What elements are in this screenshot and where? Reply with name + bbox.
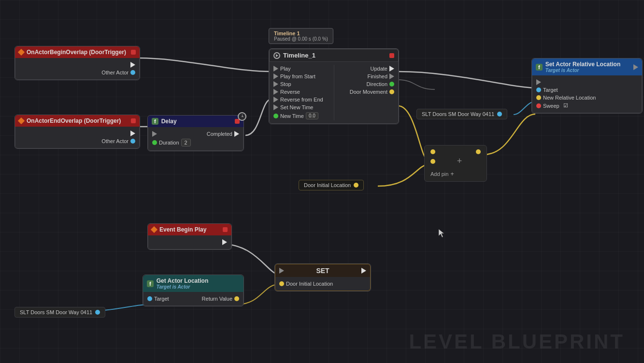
finished-row: Finished [338,73,395,80]
timeline-node[interactable]: Timeline_1 Play Play from Start Stop [269,48,399,124]
add-in-pin-2[interactable] [430,159,435,164]
slt-top-pin[interactable] [497,112,502,116]
pin-row-1 [430,149,481,154]
event-diamond-icon [18,117,25,124]
exec-pin-row [19,61,135,69]
get-actor-location-node[interactable]: f Get Actor Location Target is Actor Tar… [143,275,244,306]
door-initial-location-label: Door Initial Location [304,182,351,188]
sar-sweep-pin[interactable] [536,103,541,108]
new-time-pin[interactable] [273,114,278,118]
sar-exec-in[interactable] [536,79,541,85]
sar-nrl-pin[interactable] [536,95,541,100]
node-header: OnActorEndOverlap (DoorTrigger) [15,115,140,127]
watermark: LEVEL BLUEPRINT [409,330,625,353]
other-actor-label: Other Actor [101,70,129,75]
exec-out-pin[interactable] [130,62,135,68]
add-in-pin-1[interactable] [430,149,435,154]
ebp-title: Event Begin Play [159,226,206,233]
door-movement-label: Door Movement [350,89,387,95]
duration-pin[interactable] [152,140,157,145]
completed-pin[interactable] [234,131,239,137]
timeline-left-pins: Play Play from Start Stop Reverse [270,65,334,120]
set-new-time-pin[interactable] [273,104,278,110]
add-pin-label-row[interactable]: Add pin + [430,170,481,177]
finished-pin[interactable] [389,73,394,79]
update-pin[interactable] [389,66,394,72]
add-pin-plus: + [450,170,454,177]
set-dil-pin[interactable] [279,281,284,286]
slt-doors-bottom-node[interactable]: SLT Doors SM Door Way 0411 [14,307,105,318]
set-body: Door Initial Location [275,277,371,291]
door-initial-pin[interactable] [354,183,358,188]
close-icon[interactable] [223,227,228,232]
sar-target-label: Target [543,87,558,93]
close-icon[interactable] [131,50,136,55]
timeline-header: Timeline_1 [269,49,399,62]
play-label: Play [280,66,290,72]
cursor-indicator [439,229,444,238]
pin-row-2: + [430,156,481,166]
ebp-exec-row [152,238,227,246]
door-movement-pin[interactable] [389,89,394,94]
exec-in-pin[interactable] [152,131,157,137]
close-icon[interactable] [389,53,394,58]
sar-sweep-row: Sweep ☑ [536,102,638,110]
timeline-tooltip-title: Timeline 1 [274,30,328,36]
play-from-start-pin[interactable] [273,73,278,79]
set-exec-in[interactable] [279,268,284,274]
direction-pin[interactable] [389,82,394,87]
play-from-start-label: Play from Start [280,73,315,79]
new-time-value[interactable]: 0.0 [306,112,318,119]
other-actor-label: Other Actor [101,138,129,144]
direction-label: Direction [367,81,387,87]
ebp-exec-pin[interactable] [222,239,227,245]
update-row: Update [338,65,395,73]
sar-header: f Set Actor Relative Location Target is … [532,58,642,75]
other-actor-pin[interactable] [130,70,135,75]
timeline-tooltip-sub: Paused @ 0.00 s (0.0 %) [274,36,328,42]
on-actor-begin-overlap-node[interactable]: OnActorBeginOverlap (DoorTrigger) Other … [14,46,140,80]
sar-target-row: Target [536,86,638,94]
on-actor-end-overlap-node[interactable]: OnActorEndOverlap (DoorTrigger) Other Ac… [14,115,140,149]
stop-pin[interactable] [273,81,278,87]
other-actor-row: Other Actor [19,137,135,145]
other-actor-pin[interactable] [130,139,135,144]
door-initial-location-var[interactable]: Door Initial Location [299,180,364,190]
update-label: Update [371,66,387,72]
set-new-time-row: Set New Time [273,103,330,111]
gal-target-pin[interactable] [147,296,152,301]
play-in-pin[interactable] [273,66,278,72]
duration-label: Duration [159,140,179,145]
ebp-header: Event Begin Play [148,224,231,235]
sar-subtitle: Target is Actor [545,68,621,73]
gal-body: Target Return Value [143,292,243,306]
exec-out-pin[interactable] [130,131,135,136]
gal-header: f Get Actor Location Target is Actor [143,275,243,292]
slt-bottom-pin[interactable] [95,310,100,315]
add-pin-node[interactable]: + Add pin + [424,145,487,182]
add-out-pin-1[interactable] [476,149,481,154]
set-actor-relative-location-node[interactable]: f Set Actor Relative Location Target is … [531,58,643,114]
event-begin-play-node[interactable]: Event Begin Play [147,223,232,250]
sar-sweep-label: Sweep [543,103,559,109]
slt-doors-bottom-label: SLT Doors SM Door Way 0411 [20,309,92,315]
gal-rv-pin[interactable] [234,296,239,301]
sweep-checkbox[interactable]: ☑ [563,102,568,109]
close-icon[interactable] [131,118,136,123]
set-exec-out[interactable] [361,268,366,274]
duration-value[interactable]: 2 [181,139,191,146]
sar-exec-out[interactable] [633,64,638,70]
node-body: Other Actor [15,127,140,148]
sar-target-pin[interactable] [536,87,541,92]
gal-target-label: Target [154,296,169,302]
set-title: SET [287,267,358,275]
svg-marker-0 [439,229,444,237]
set-node[interactable]: SET Door Initial Location [274,263,371,291]
reverse-from-end-pin[interactable] [273,97,278,102]
node-header: f Delay [148,116,243,127]
slt-doors-top-node[interactable]: SLT Doors SM Door Way 0411 [416,109,507,119]
ebp-body [148,235,231,249]
reverse-pin[interactable] [273,89,278,95]
door-movement-row: Door Movement [338,88,395,96]
delay-node[interactable]: f Delay Completed Duration 2 [147,115,244,151]
